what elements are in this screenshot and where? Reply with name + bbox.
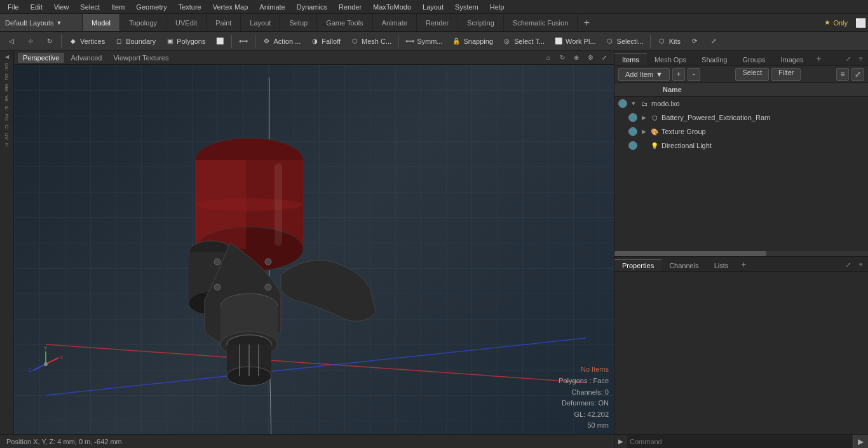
left-panel-f[interactable]: F: <box>4 142 10 149</box>
viewport-zoom-button[interactable]: ⊕ <box>571 52 582 64</box>
menu-item-texture[interactable]: Texture <box>173 2 207 12</box>
item-row-modo-lxo[interactable]: ▼🗂modo.lxo <box>614 97 868 111</box>
left-panel-uv[interactable]: UV <box>4 132 10 141</box>
left-panel-e[interactable]: E: <box>4 105 10 112</box>
menu-item-file[interactable]: File <box>3 2 24 12</box>
star-only-button[interactable]: ★ Only <box>819 18 853 27</box>
toolbar-btn-vertices[interactable]: ◆Vertices <box>64 34 109 49</box>
left-panel-dup[interactable]: Du <box>4 72 10 81</box>
layout-tab-layout[interactable]: Layout <box>241 14 280 31</box>
items-scrollbar[interactable] <box>614 251 868 256</box>
menu-item-layout[interactable]: Layout <box>417 2 449 12</box>
left-panel-toggle[interactable]: ◀ <box>1 52 13 61</box>
menu-item-render[interactable]: Render <box>334 2 367 12</box>
item-row-texture-group[interactable]: ▶🎨Texture Group <box>614 125 868 139</box>
viewport-orbit-button[interactable]: ↻ <box>557 52 568 64</box>
toolbar-btn-⟺[interactable]: ⟺ <box>234 34 252 49</box>
props-tab-icon-0[interactable]: ⤢ <box>843 259 854 270</box>
layout-tab-game-tools[interactable]: Game Tools <box>317 14 373 31</box>
toolbar-btn-polygons[interactable]: ▣Polygons <box>161 34 209 49</box>
props-tab-channels[interactable]: Channels <box>661 260 706 271</box>
items-action-button[interactable]: + <box>672 68 685 81</box>
menu-item-view[interactable]: View <box>49 2 74 12</box>
right-tab-shading[interactable]: Shading <box>694 53 735 65</box>
toolbar-btn-select-t...[interactable]: ◎Select T... <box>498 34 548 49</box>
props-tab-icon-1[interactable]: ≡ <box>855 259 867 270</box>
toolbar-btn-⊹[interactable]: ⊹ <box>22 34 39 49</box>
right-tab-images[interactable]: Images <box>773 53 811 65</box>
layout-tab-render[interactable]: Render <box>417 14 458 31</box>
items-filter-button[interactable]: Filter <box>771 68 801 81</box>
layout-dropdown[interactable]: Default Layouts ▼ <box>0 14 83 31</box>
layout-tab-model[interactable]: Model <box>83 14 120 31</box>
items-options-button[interactable]: ≡ <box>836 68 849 81</box>
right-tab-items[interactable]: Items <box>614 53 647 65</box>
layout-tab-add[interactable]: + <box>578 17 595 29</box>
toolbar-btn-mesh-c...[interactable]: ⬡Mesh C... <box>346 34 395 49</box>
right-tab-icon-0[interactable]: ⤢ <box>843 53 854 64</box>
right-tab-groups[interactable]: Groups <box>735 53 773 65</box>
menu-item-system[interactable]: System <box>450 2 484 12</box>
menu-item-geometry[interactable]: Geometry <box>131 2 172 12</box>
toolbar-btn-work-pl...[interactable]: ⬜Work Pl... <box>550 34 599 49</box>
menu-item-animate[interactable]: Animate <box>254 2 290 12</box>
left-panel-pol[interactable]: Po: <box>4 112 10 123</box>
layout-tab-animate[interactable]: Animate <box>373 14 417 31</box>
items-select-button[interactable]: Select <box>735 68 769 81</box>
toolbar-btn-⬜[interactable]: ⬜ <box>211 34 229 49</box>
maximize-layout-button[interactable]: ⬜ <box>853 15 868 31</box>
item-expand-texture-group[interactable]: ▶ <box>640 128 648 135</box>
viewport-tab-advanced[interactable]: Advanced <box>65 53 107 63</box>
toolbar-btn-⟳[interactable]: ⟳ <box>686 34 703 49</box>
command-input[interactable] <box>627 435 853 448</box>
menu-item-edit[interactable]: Edit <box>25 2 48 12</box>
item-expand-modo-lxo[interactable]: ▼ <box>630 100 637 107</box>
items-scrollbar-thumb[interactable] <box>614 251 766 256</box>
item-visibility-modo-lxo[interactable] <box>618 99 627 108</box>
toolbar-btn-action-...[interactable]: ⚙Action ... <box>258 34 305 49</box>
viewport-tab-perspective[interactable]: Perspective <box>18 53 64 63</box>
toolbar-btn-⤢[interactable]: ⤢ <box>705 34 722 49</box>
toolbar-btn-kits[interactable]: ⬡Kits <box>653 34 684 49</box>
add-item-button[interactable]: Add Item ▼ <box>618 68 670 81</box>
right-tab-add-button[interactable]: + <box>811 51 827 65</box>
left-panel-de[interactable]: De: <box>4 62 10 72</box>
toolbar-btn-◁[interactable]: ◁ <box>3 34 20 49</box>
menu-item-maxtomodo[interactable]: MaxToModo <box>368 2 416 12</box>
viewport-settings-button[interactable]: ⚙ <box>585 52 596 64</box>
layout-tab-schematic-fusion[interactable]: Schematic Fusion <box>504 14 578 31</box>
menu-item-select[interactable]: Select <box>75 2 105 12</box>
toolbar-btn-↻[interactable]: ↻ <box>41 34 58 49</box>
toolbar-btn-falloff[interactable]: ◑Falloff <box>306 34 344 49</box>
items-remove-button[interactable]: - <box>688 68 700 81</box>
toolbar-btn-boundary[interactable]: ◻Boundary <box>110 34 159 49</box>
toolbar-btn-selecti...[interactable]: ⬡Selecti... <box>601 34 648 49</box>
left-panel-vert[interactable]: Ve: <box>4 94 10 104</box>
menu-item-help[interactable]: Help <box>485 2 510 12</box>
items-expand-button[interactable]: ⤢ <box>851 68 864 81</box>
item-row-directional-light[interactable]: 💡Directional Light <box>614 139 868 153</box>
toolbar-btn-symm...[interactable]: ⟺Symm... <box>401 34 446 49</box>
item-expand-battery-ram[interactable]: ▶ <box>640 114 648 121</box>
right-tab-mesh-ops[interactable]: Mesh Ops <box>647 53 694 65</box>
viewport-home-button[interactable]: ⌂ <box>543 52 554 64</box>
item-visibility-directional-light[interactable] <box>628 141 637 150</box>
command-arrow-button[interactable]: ▶ <box>614 438 627 445</box>
layout-tab-setup[interactable]: Setup <box>280 14 317 31</box>
props-tab-lists[interactable]: Lists <box>707 260 736 271</box>
viewport-expand-button[interactable]: ⤢ <box>599 52 610 64</box>
viewport-canvas[interactable]: X Y Z No Items Polygons : Face Channels:… <box>14 65 614 434</box>
props-tab-properties[interactable]: Properties <box>614 259 661 271</box>
viewport-tab-viewport-textures[interactable]: Viewport Textures <box>108 53 173 63</box>
item-visibility-battery-ram[interactable] <box>628 113 637 122</box>
menu-item-vertex map[interactable]: Vertex Map <box>208 2 254 12</box>
item-visibility-texture-group[interactable] <box>628 127 637 136</box>
layout-tab-uvedit[interactable]: UVEdit <box>166 14 207 31</box>
menu-item-dynamics[interactable]: Dynamics <box>292 2 332 12</box>
layout-tab-topology[interactable]: Topology <box>120 14 166 31</box>
layout-tab-scripting[interactable]: Scripting <box>458 14 504 31</box>
props-tab-add-button[interactable]: + <box>736 257 751 271</box>
left-panel-c[interactable]: C: <box>4 123 10 131</box>
command-execute-button[interactable]: ▶ <box>853 435 868 449</box>
right-tab-icon-1[interactable]: ≡ <box>855 53 867 64</box>
